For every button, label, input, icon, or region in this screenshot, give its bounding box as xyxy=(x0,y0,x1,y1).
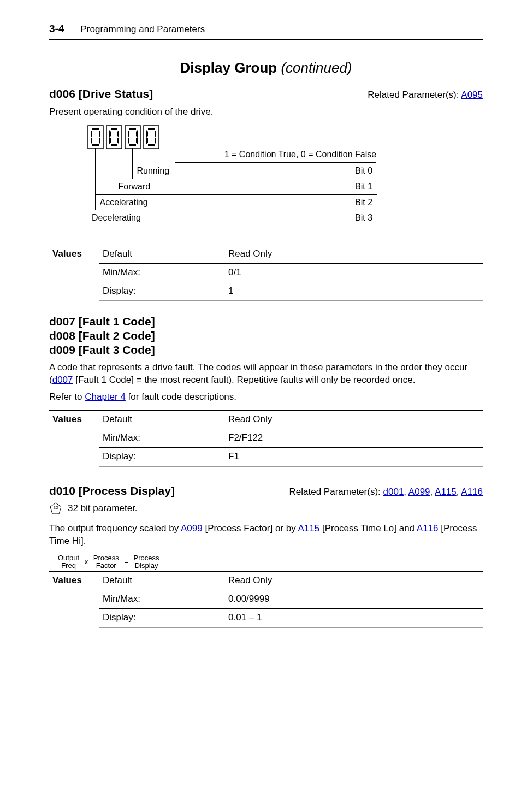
param-d010-header: d010 [Process Display] Related Parameter… xyxy=(49,483,483,499)
values-heading: Values xyxy=(49,411,99,466)
param-d010-name: [Process Display] xyxy=(79,484,175,497)
svg-marker-13 xyxy=(117,137,119,144)
svg-marker-6 xyxy=(99,137,100,144)
values-key: Min/Max: xyxy=(99,429,225,448)
param-d006-related: Related Parameter(s): A095 xyxy=(368,89,483,102)
link-d001[interactable]: d001 xyxy=(383,487,404,497)
seven-seg-digit-2 xyxy=(125,125,141,149)
param-d006-desc: Present operating condition of the drive… xyxy=(49,106,483,118)
section-title: Display Group (continued) xyxy=(49,58,483,78)
param-d010-title: d010 [Process Display] xyxy=(49,483,175,499)
param-d007-title: d007 [Fault 1 Code] xyxy=(49,315,483,329)
header-rule xyxy=(49,39,483,40)
link-a116-inline[interactable]: A116 xyxy=(417,523,439,534)
seven-seg-digit-1 xyxy=(106,125,122,149)
svg-marker-4 xyxy=(99,130,100,137)
bit-diagram: 1 = Condition True, 0 = Condition False … xyxy=(87,125,483,226)
page-number: 3-4 xyxy=(49,22,64,36)
fault-desc: A code that represents a drive fault. Th… xyxy=(49,361,483,387)
values-val: Read Only xyxy=(225,572,483,590)
svg-rect-22 xyxy=(148,128,155,130)
values-val: Read Only xyxy=(225,245,483,263)
svg-rect-8 xyxy=(111,128,117,130)
link-a115-inline[interactable]: A115 xyxy=(298,523,319,534)
svg-marker-17 xyxy=(128,130,129,137)
eq-c-bot: Display xyxy=(135,561,158,570)
values-key: Min/Max: xyxy=(99,263,225,282)
svg-rect-9 xyxy=(111,144,117,146)
svg-marker-12 xyxy=(109,137,111,144)
bit-row-label: Decelerating xyxy=(87,210,174,226)
values-key: Min/Max: xyxy=(99,590,225,609)
svg-marker-27 xyxy=(155,137,156,144)
d010-desc-mid2: [Process Time Lo] and xyxy=(319,523,417,534)
bit-row-bit: Bit 0 xyxy=(174,163,377,179)
bit-row-bit: Bit 1 xyxy=(174,179,377,195)
chapter-title: Programming and Parameters xyxy=(80,23,205,36)
fault-refer-post: for fault code descriptions. xyxy=(126,392,236,402)
svg-rect-15 xyxy=(129,128,136,130)
svg-marker-25 xyxy=(155,130,156,137)
eq-b-bot: Factor xyxy=(96,561,116,570)
eq-a-bot: Freq xyxy=(61,561,76,570)
d32-row: 32 32 bit parameter. xyxy=(49,502,483,515)
d32-label: 32 bit parameter. xyxy=(68,502,138,515)
svg-marker-10 xyxy=(109,130,111,137)
values-table-d006: Values Default Read Only Min/Max: 0/1 Di… xyxy=(49,245,483,301)
fault-desc-post: [Fault 1 Code] = the most recent fault).… xyxy=(73,375,416,385)
values-key: Default xyxy=(99,245,225,263)
bit-row-bit: Bit 3 xyxy=(174,210,377,226)
values-key: Default xyxy=(99,411,225,429)
svg-marker-11 xyxy=(117,130,119,137)
values-val: 0/1 xyxy=(225,263,483,282)
values-val: F1 xyxy=(225,448,483,466)
seven-segment-row xyxy=(87,125,483,149)
seven-seg-digit-3 xyxy=(143,125,159,149)
param-d006-title: d006 [Drive Status] xyxy=(49,86,153,102)
param-d008-title: d008 [Fault 2 Code] xyxy=(49,329,483,343)
param-d006-code: d006 xyxy=(49,87,75,100)
values-key: Default xyxy=(99,572,225,590)
values-val: 1 xyxy=(225,282,483,300)
values-table-d010: Values Default Read Only Min/Max: 0.00/9… xyxy=(49,571,483,628)
values-val: 0.01 – 1 xyxy=(225,609,483,627)
svg-rect-23 xyxy=(148,144,155,146)
svg-text:32: 32 xyxy=(54,505,58,510)
link-a116[interactable]: A116 xyxy=(461,487,483,497)
bit-row-label: Forward xyxy=(114,179,174,195)
bit-legend: 1 = Condition True, 0 = Condition False xyxy=(175,149,377,163)
link-a095[interactable]: A095 xyxy=(461,90,483,100)
related-label: Related Parameter(s): xyxy=(289,487,381,497)
svg-rect-2 xyxy=(92,144,99,146)
equation: OutputFreq x ProcessFactor = ProcessDisp… xyxy=(58,554,483,569)
link-chapter-4[interactable]: Chapter 4 xyxy=(85,392,126,402)
thirty-two-bit-icon: 32 xyxy=(49,502,62,515)
svg-marker-20 xyxy=(136,137,138,144)
seven-seg-digit-0 xyxy=(87,125,104,149)
section-title-sub: (continued) xyxy=(281,60,352,76)
param-d009-title: d009 [Fault 3 Code] xyxy=(49,343,483,357)
values-heading: Values xyxy=(49,572,99,627)
link-a099-inline[interactable]: A099 xyxy=(181,523,203,534)
svg-marker-26 xyxy=(146,137,148,144)
bit-row-label: Accelerating xyxy=(95,194,174,210)
values-key: Display: xyxy=(99,609,225,627)
svg-marker-3 xyxy=(91,130,92,137)
values-key: Display: xyxy=(99,448,225,466)
link-a099[interactable]: A099 xyxy=(408,487,430,497)
eq-op2: = xyxy=(121,557,132,567)
svg-marker-19 xyxy=(128,137,129,144)
link-d007[interactable]: d007 xyxy=(52,375,73,385)
svg-rect-1 xyxy=(92,128,99,130)
eq-op1: x xyxy=(81,557,92,567)
fault-refer: Refer to Chapter 4 for fault code descri… xyxy=(49,391,483,404)
svg-marker-24 xyxy=(146,130,148,137)
values-val: 0.00/9999 xyxy=(225,590,483,609)
page-header: 3-4 Programming and Parameters xyxy=(49,22,483,36)
values-heading: Values xyxy=(49,245,99,300)
values-key: Display: xyxy=(99,282,225,300)
link-a115[interactable]: A115 xyxy=(435,487,457,497)
fault-refer-pre: Refer to xyxy=(49,392,85,402)
bit-row-label: Running xyxy=(132,163,174,179)
values-val: Read Only xyxy=(225,411,483,429)
